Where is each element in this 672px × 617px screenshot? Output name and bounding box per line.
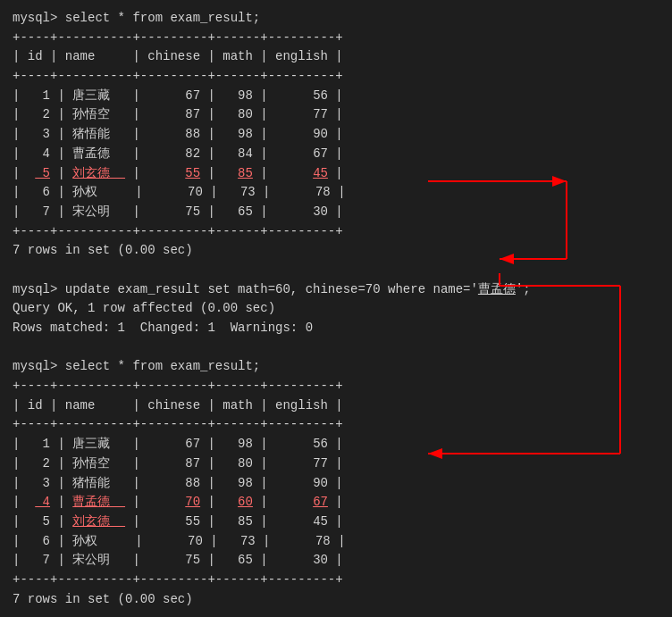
table-row: | 7 | 宋公明 | 75 | 65 | 30 | [13, 203, 659, 222]
cell-name-updated: 曹孟德 [72, 495, 125, 509]
table2-border-bot: +----+----------+---------+------+------… [13, 571, 659, 590]
cell-name: 孙权 [72, 185, 128, 199]
cell-english: 45 [313, 514, 328, 529]
cell-chinese: 67 [185, 437, 200, 451]
cell-chinese: 87 [185, 107, 200, 121]
table-row-highlighted: | 5 | 刘玄德 | 55 | 85 | 45 | [13, 164, 659, 184]
cell-english: 90 [313, 476, 328, 490]
table-row: | 2 | 孙悟空 | 87 | 80 | 77 | [13, 454, 659, 474]
cell-name: 宋公明 [72, 553, 125, 567]
cell-math: 98 [238, 437, 253, 451]
cell-english-updated: 67 [313, 495, 328, 509]
cell-chinese: 88 [185, 476, 200, 490]
table-row: | 7 | 宋公明 | 75 | 65 | 30 | [13, 551, 659, 571]
cell-english-highlighted: 45 [313, 166, 328, 180]
table-row: | 5 | 刘玄德 | 55 | 85 | 45 | [13, 513, 659, 532]
cell-english: 77 [313, 107, 328, 121]
cell-math: 73 [240, 185, 256, 199]
table-row: | 1 | 唐三藏 | 67 | 98 | 56 | [13, 87, 659, 106]
query2-prompt: mysql> select * from exam_result; [13, 357, 659, 377]
cell-chinese: 70 [188, 534, 203, 548]
table-row: | 6 | 孙权 | 70 | 73 | 78 | [13, 532, 659, 552]
cell-name: 唐三藏 [72, 88, 125, 103]
cell-math: 84 [238, 146, 253, 161]
table-row: | 3 | 猪悟能 | 88 | 98 | 90 | [13, 125, 659, 145]
cell-math-highlighted: 85 [238, 166, 253, 180]
table2-header: | id | name | chinese | math | english | [13, 396, 659, 416]
cell-math: 85 [238, 514, 253, 529]
cell-math: 98 [238, 88, 253, 103]
cell-chinese: 55 [185, 514, 200, 529]
cell-english: 56 [313, 437, 328, 451]
cell-id: 7 [35, 553, 50, 567]
cell-math: 73 [240, 534, 256, 548]
cell-english: 67 [313, 146, 328, 161]
cell-math: 65 [238, 204, 253, 219]
blank-line2 [13, 338, 659, 358]
table1-rows-info: 7 rows in set (0.00 sec) [13, 241, 659, 261]
table2-border-mid: +----+----------+---------+------+------… [13, 415, 659, 435]
cell-name: 孙权 [72, 534, 128, 548]
table1-border-bot: +----+----------+---------+------+------… [13, 222, 659, 242]
terminal: mysql> select * from exam_result; +----+… [13, 9, 659, 617]
query-ok-line: Query OK, 1 row affected (0.00 sec) [13, 299, 659, 319]
cell-english: 30 [313, 204, 328, 219]
cell-name: 宋公明 [72, 204, 125, 219]
cell-id-updated: 4 [35, 495, 50, 509]
cell-chinese: 82 [185, 146, 200, 161]
cell-chinese: 67 [185, 88, 200, 103]
cell-math: 98 [238, 127, 253, 141]
cell-id-highlighted: 5 [35, 166, 50, 180]
table-row-updated: | 4 | 曹孟德 | 70 | 60 | 67 | [13, 493, 659, 513]
update-query-prompt: mysql> update exam_result set math=60, c… [13, 280, 659, 300]
cell-chinese: 75 [185, 553, 200, 567]
cell-id: 6 [35, 185, 50, 199]
cell-id: 2 [35, 107, 50, 121]
cell-id: 7 [35, 204, 50, 219]
cell-chinese: 75 [185, 204, 200, 219]
cell-chinese: 70 [188, 185, 203, 199]
blank-line [13, 261, 659, 280]
table1-border-mid: +----+----------+---------+------+------… [13, 67, 659, 87]
cell-name-row5: 刘玄德 [72, 514, 125, 529]
cell-id: 1 [28, 88, 50, 103]
cell-id: 6 [35, 534, 50, 548]
cell-chinese-highlighted: 55 [185, 166, 200, 180]
table-row: | 2 | 孙悟空 | 87 | 80 | 77 | [13, 105, 659, 125]
cell-math: 65 [238, 553, 253, 567]
cell-name: 孙悟空 [72, 456, 125, 471]
table2-rows-info: 7 rows in set (0.00 sec) [13, 590, 659, 610]
table-row: | 1 | 唐三藏 | 67 | 98 | 56 | [13, 435, 659, 454]
cell-english: 90 [313, 127, 328, 141]
cell-id: 1 [35, 437, 50, 451]
table-row: | 3 | 猪悟能 | 88 | 98 | 90 | [13, 474, 659, 494]
cell-id: 4 [35, 146, 50, 161]
query1-prompt: mysql> select * from exam_result; [13, 9, 659, 29]
cell-name: 猪悟能 [72, 127, 125, 141]
cell-name: 孙悟空 [72, 107, 125, 121]
cell-id: 2 [35, 456, 50, 471]
cell-english: 77 [313, 456, 328, 471]
cell-id: 3 [35, 127, 50, 141]
cell-english: 30 [313, 553, 328, 567]
rows-matched-line: Rows matched: 1 Changed: 1 Warnings: 0 [13, 319, 659, 338]
cell-math: 80 [238, 456, 253, 471]
cell-chinese: 88 [185, 127, 200, 141]
cell-english: 78 [315, 534, 331, 548]
cell-english: 56 [313, 88, 328, 103]
cell-english: 78 [315, 185, 331, 199]
cell-name-highlighted: 刘玄德 [72, 166, 125, 180]
blank-line3 [13, 609, 659, 617]
table1-border-top: +----+----------+---------+------+------… [13, 29, 659, 48]
cell-id: 5 [35, 514, 50, 529]
cell-chinese: 87 [185, 456, 200, 471]
cell-chinese-updated: 70 [185, 495, 200, 509]
cell-math-updated: 60 [238, 495, 253, 509]
update-name-value: 曹孟德 [478, 282, 516, 296]
cell-math: 98 [238, 476, 253, 490]
table1-header: | id | name | chinese | math | english | [13, 47, 659, 67]
cell-name: 猪悟能 [72, 476, 125, 490]
cell-id: 3 [35, 476, 50, 490]
cell-name: 唐三藏 [72, 437, 125, 451]
table2-border-top: +----+----------+---------+------+------… [13, 377, 659, 396]
